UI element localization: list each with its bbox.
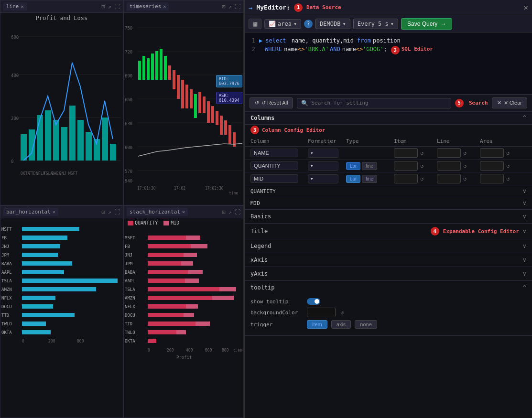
title-header[interactable]: Title 4 Expandable Config Editor ∨: [245, 224, 532, 239]
grid-view-button[interactable]: ▦: [249, 19, 261, 29]
refresh-select[interactable]: Every 5 s ▾: [353, 19, 398, 29]
col-name-input[interactable]: [250, 149, 298, 157]
line-popout-icon[interactable]: ↗: [108, 3, 111, 10]
legend-header[interactable]: Legend ∨: [245, 239, 532, 253]
svg-rect-112: [188, 270, 203, 274]
bar-h-expand-icon[interactable]: ⛶: [114, 209, 120, 215]
line-expand-icon[interactable]: ⛶: [114, 3, 120, 10]
col-quantity-bar-btn[interactable]: bar: [346, 162, 360, 170]
reset-all-button[interactable]: ↺ ↺ Reset All: [250, 97, 293, 108]
xaxis-header[interactable]: xAxis ∨: [245, 253, 532, 267]
stack-h-tab[interactable]: stack_horizontal ✕: [127, 208, 188, 216]
timeseries-tab-close[interactable]: ✕: [163, 4, 166, 9]
bar-h-tab-close[interactable]: ✕: [53, 209, 55, 214]
help-button[interactable]: ?: [304, 20, 313, 28]
stack-h-popout-icon[interactable]: ↗: [228, 209, 232, 215]
col-mid-item-color[interactable]: [394, 174, 418, 183]
col-mid-area-reset[interactable]: ↺: [506, 175, 510, 182]
stack-h-minimize-icon[interactable]: ⊡: [222, 209, 226, 215]
col-mid-line-reset[interactable]: ↺: [463, 175, 467, 182]
svg-rect-43: [142, 56, 145, 80]
col-quantity-formatter[interactable]: ▾: [308, 161, 338, 171]
line-tab[interactable]: line ✕: [3, 2, 27, 11]
col-name-item-color[interactable]: [394, 148, 418, 158]
ask-label: ASK:: [219, 93, 239, 98]
col-mid-line-btn[interactable]: line: [362, 175, 377, 183]
svg-text:Profit: Profit: [176, 355, 192, 360]
line-tab-close[interactable]: ✕: [21, 4, 24, 9]
col-mid-item-reset[interactable]: ↺: [420, 175, 423, 182]
search-box[interactable]: 🔍: [297, 98, 451, 108]
bg-color-input[interactable]: [307, 308, 336, 317]
svg-text:0: 0: [148, 348, 150, 353]
col-quantity-area-reset[interactable]: ↺: [506, 162, 510, 169]
tooltip-show-row: show tooltip: [250, 298, 526, 305]
col-mid-input[interactable]: [250, 174, 298, 183]
col-name-line-color[interactable]: [437, 148, 461, 158]
col-quantity-formatter-arrow: ▾: [310, 163, 314, 169]
mid-expand-label: MID: [250, 200, 260, 206]
col-quantity-item-color[interactable]: [394, 161, 418, 171]
stack-h-expand-icon[interactable]: ⛶: [235, 209, 240, 215]
clear-button[interactable]: ✕ ✕ Clear: [492, 97, 527, 108]
trigger-axis-button[interactable]: axis: [331, 320, 351, 329]
mid-expand-row[interactable]: MID ∨: [245, 197, 532, 209]
chart-type-label: area: [278, 21, 292, 27]
column-config-badge-3: 3: [250, 126, 259, 134]
tooltip-header[interactable]: tooltip ^: [245, 281, 532, 294]
svg-text:0: 0: [11, 159, 13, 164]
col-name-area-color[interactable]: [480, 148, 504, 158]
trigger-item-button[interactable]: item: [307, 320, 327, 329]
col-mid-area-color[interactable]: [480, 174, 504, 183]
col-name-area-reset[interactable]: ↺: [506, 150, 510, 156]
svg-text:600: 600: [205, 348, 212, 353]
svg-text:JNJ: JNJ: [125, 253, 132, 257]
timeseries-minimize-icon[interactable]: ⊡: [222, 3, 226, 10]
yaxis-header[interactable]: yAxis ∨: [245, 267, 532, 280]
editor-close-button[interactable]: ✕: [523, 3, 528, 12]
col-header-item: Item: [394, 138, 437, 144]
save-query-button[interactable]: Save Query →: [401, 18, 452, 30]
columns-section-header[interactable]: Columns ^: [245, 112, 532, 125]
sql-where-field: name: [284, 46, 298, 53]
timeseries-popout-icon[interactable]: ↗: [228, 3, 232, 10]
col-name-line-reset[interactable]: ↺: [463, 150, 467, 156]
line-minimize-icon[interactable]: ⊡: [102, 3, 105, 10]
col-mid-bar-btn[interactable]: bar: [346, 175, 360, 183]
bar-h-minimize-icon[interactable]: ⊡: [102, 209, 105, 215]
search-input[interactable]: [311, 100, 446, 106]
bg-color-reset[interactable]: ↺: [340, 309, 344, 316]
timeseries-tab[interactable]: timeseries ✕: [127, 2, 169, 11]
chart-type-select[interactable]: 📈 area ▾: [264, 19, 301, 29]
save-query-arrow-icon: →: [440, 21, 446, 27]
bar-h-popout-icon[interactable]: ↗: [108, 209, 111, 215]
basics-header[interactable]: Basics ∨: [245, 210, 532, 223]
col-mid-formatter[interactable]: ▾: [308, 174, 338, 183]
trigger-none-button[interactable]: none: [355, 320, 377, 329]
col-quantity-area-color[interactable]: [480, 161, 504, 171]
show-tooltip-toggle[interactable]: [307, 298, 320, 305]
svg-rect-57: [203, 96, 206, 113]
col-name-formatter[interactable]: ▾: [308, 149, 338, 158]
svg-text:TTD: TTD: [29, 171, 36, 176]
svg-text:NFLX: NFLX: [1, 296, 12, 300]
svg-text:DOCU: DOCU: [125, 313, 135, 318]
db-select[interactable]: DEMODB ▾: [315, 19, 350, 29]
col-header-type: Type: [346, 138, 394, 144]
svg-text:800: 800: [222, 348, 229, 353]
col-name-item-reset[interactable]: ↺: [420, 150, 423, 156]
col-quantity-line-reset[interactable]: ↺: [463, 162, 467, 169]
col-mid-line-color[interactable]: [437, 174, 461, 183]
bar-h-tab[interactable]: bar_horizontal ✕: [3, 208, 58, 216]
svg-rect-61: [220, 116, 223, 135]
timeseries-expand-icon[interactable]: ⛶: [235, 3, 240, 10]
action-bar: ↺ ↺ Reset All 🔍 5 Search ✕ ✕ Clear: [245, 95, 532, 112]
col-quantity-line-color[interactable]: [437, 161, 461, 171]
svg-text:750: 750: [125, 26, 132, 31]
stack-h-tab-close[interactable]: ✕: [182, 209, 185, 214]
col-quantity-item-reset[interactable]: ↺: [420, 162, 423, 169]
quantity-expand-row[interactable]: QUANTITY ∨: [245, 185, 532, 197]
col-quantity-line-btn[interactable]: line: [362, 162, 377, 170]
col-quantity-input[interactable]: [250, 161, 298, 170]
sql-code[interactable]: 1 ▶ select name, quantity,mid from posit…: [245, 32, 532, 59]
